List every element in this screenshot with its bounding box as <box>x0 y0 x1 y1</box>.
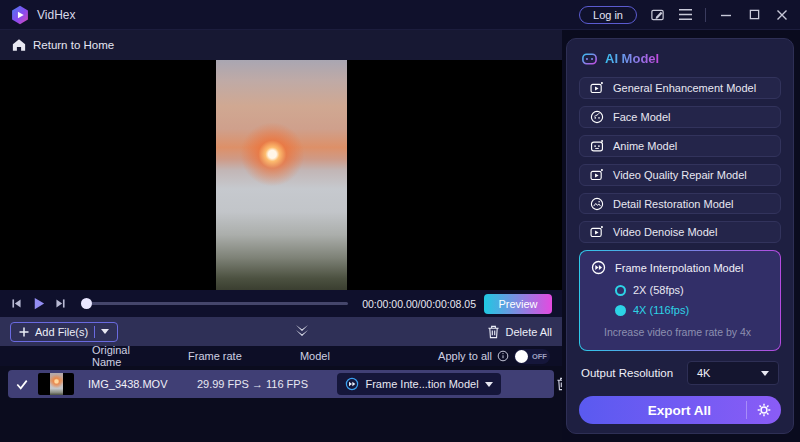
file-row[interactable]: IMG_3438.MOV 29.99 FPS → 116 FPS Frame I… <box>8 370 554 398</box>
app-title: VidHex <box>37 8 75 22</box>
timeline-track <box>81 302 348 305</box>
playback-bar: 00:00:00.00/00:00:08.05 Preview <box>0 290 562 317</box>
export-settings-gear-icon[interactable] <box>747 402 781 418</box>
titlebar-separator <box>705 8 706 22</box>
feedback-icon[interactable] <box>649 7 665 23</box>
delete-all-label: Delete All <box>506 326 552 338</box>
frame-rate-value: 29.99 FPS → 116 FPS <box>167 378 337 390</box>
model-video-denoise[interactable]: Video Denoise Model <box>579 221 781 243</box>
header-model: Model <box>300 350 438 362</box>
resolution-caret-icon <box>761 371 769 376</box>
row-model-caret-icon <box>485 382 493 387</box>
model-general-enhancement[interactable]: General Enhancement Model <box>579 77 781 99</box>
radio-unchecked-icon <box>615 285 626 296</box>
delete-all-button[interactable]: Delete All <box>487 325 552 339</box>
model-frame-interpolation-card: Frame Interpolation Model 2X (58fps) 4X … <box>579 250 781 351</box>
timeline-slider[interactable] <box>81 298 348 310</box>
close-icon[interactable] <box>774 7 790 23</box>
app-logo-icon <box>10 5 30 25</box>
image-restore-icon <box>590 197 604 211</box>
model-label: General Enhancement Model <box>613 82 756 94</box>
model-label: Video Denoise Model <box>613 226 717 238</box>
model-label: Anime Model <box>613 140 677 152</box>
toggle-state-label: OFF <box>532 352 547 361</box>
output-resolution-select[interactable]: 4K <box>687 361 779 385</box>
video-thumbnail <box>38 373 74 395</box>
panel-header: AI Model <box>581 50 781 67</box>
enhancement-play-icon <box>590 81 604 95</box>
apply-to-all-toggle[interactable]: OFF <box>514 349 550 364</box>
sidebar: AI Model General Enhancement Model <box>562 30 800 442</box>
repair-play-icon <box>590 168 604 182</box>
file-name: IMG_3438.MOV <box>88 378 167 390</box>
add-files-divider <box>94 326 95 338</box>
model-label: Video Quality Repair Model <box>613 169 747 181</box>
model-video-quality-repair[interactable]: Video Quality Repair Model <box>579 164 781 186</box>
row-model-label: Frame Inte...tion Model <box>365 378 478 390</box>
plus-icon <box>19 327 29 337</box>
file-toolbar: Add File(s) Delete All <box>0 317 562 346</box>
face-icon <box>590 110 604 124</box>
minimize-icon[interactable] <box>718 7 734 23</box>
ai-model-panel: AI Model General Enhancement Model <box>566 38 794 434</box>
option-4x-label: 4X (116fps) <box>633 304 689 316</box>
option-2x[interactable]: 2X (58fps) <box>615 284 769 296</box>
row-model-dropdown[interactable]: Frame Inte...tion Model <box>337 373 500 395</box>
main-area: Return to Home 00:0 <box>0 30 562 442</box>
play-icon[interactable] <box>31 296 46 311</box>
login-button[interactable]: Log in <box>579 6 637 24</box>
robot-icon <box>581 50 598 67</box>
timeline-thumb[interactable] <box>81 298 92 309</box>
selected-model-label: Frame Interpolation Model <box>615 262 743 274</box>
collapse-list-icon[interactable] <box>294 324 310 338</box>
anime-face-icon <box>590 139 604 153</box>
menu-icon[interactable] <box>677 7 693 23</box>
titlebar: VidHex Log in <box>0 0 800 30</box>
radio-checked-icon <box>615 305 626 316</box>
model-face[interactable]: Face Model <box>579 106 781 128</box>
add-files-caret-icon <box>101 329 109 334</box>
video-frame[interactable] <box>216 60 347 290</box>
trash-icon <box>487 325 500 339</box>
next-frame-icon[interactable] <box>54 297 67 310</box>
apply-to-all-label: Apply to all <box>438 350 492 362</box>
return-home-label: Return to Home <box>33 39 114 51</box>
frame-interpolation-icon <box>345 377 359 391</box>
model-label: Face Model <box>613 111 670 123</box>
output-resolution-value: 4K <box>697 367 710 379</box>
app-window: VidHex Log in <box>0 0 800 442</box>
video-preview-area <box>0 60 562 290</box>
toggle-knob <box>515 350 528 363</box>
option-2x-label: 2X (58fps) <box>633 284 684 296</box>
model-detail-restoration[interactable]: Detail Restoration Model <box>579 193 781 215</box>
export-all-label: Export All <box>579 403 746 418</box>
add-files-label: Add File(s) <box>35 326 88 338</box>
add-files-button[interactable]: Add File(s) <box>10 322 118 342</box>
fast-forward-icon <box>591 260 606 275</box>
thumbnail-image <box>50 373 63 395</box>
file-list-empty-space <box>0 398 562 442</box>
panel-title: AI Model <box>605 51 659 66</box>
output-resolution-label: Output Resolution <box>581 367 673 379</box>
header-original-name: Original Name <box>92 344 130 368</box>
info-icon[interactable] <box>497 350 509 362</box>
model-label: Detail Restoration Model <box>613 198 733 210</box>
denoise-play-icon <box>590 225 604 239</box>
return-home-button[interactable]: Return to Home <box>0 30 562 60</box>
option-4x[interactable]: 4X (116fps) <box>615 304 769 316</box>
time-display: 00:00:00.00/00:00:08.05 <box>362 298 476 310</box>
header-frame-rate: Frame rate <box>130 350 300 362</box>
model-description: Increase video frame rate by 4x <box>604 326 769 338</box>
export-all-button[interactable]: Export All <box>579 396 781 424</box>
model-frame-interpolation[interactable]: Frame Interpolation Model <box>591 260 769 275</box>
maximize-icon[interactable] <box>746 7 762 23</box>
previous-frame-icon[interactable] <box>10 297 23 310</box>
row-checkmark-icon[interactable] <box>16 379 38 390</box>
model-anime[interactable]: Anime Model <box>579 135 781 157</box>
home-icon <box>12 38 26 52</box>
preview-button[interactable]: Preview <box>484 294 552 314</box>
output-resolution-row: Output Resolution 4K <box>581 361 779 385</box>
file-table-header: Original Name Frame rate Model Apply to … <box>0 346 562 366</box>
